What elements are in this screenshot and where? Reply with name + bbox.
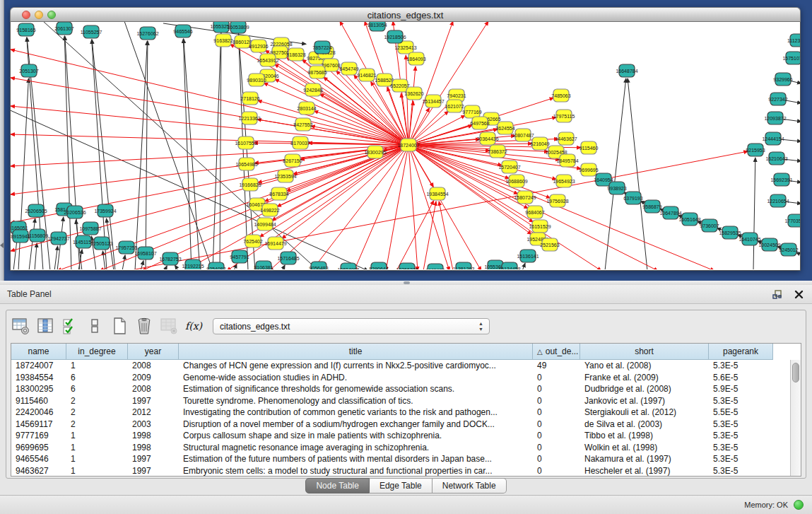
graph-node[interactable]: 8427552 <box>293 118 312 131</box>
graph-node[interactable]: 9875685 <box>307 66 326 78</box>
graph-node[interactable]: 9736007 <box>700 219 719 232</box>
tab-edge-table[interactable]: Edge Table <box>370 478 433 493</box>
graph-node[interactable]: 1621072 <box>445 100 464 112</box>
graph-node[interactable]: 9115460 <box>579 141 599 154</box>
column-header-title[interactable]: title <box>179 344 533 360</box>
graph-node[interactable]: 1864093 <box>406 52 425 65</box>
graph-node[interactable]: 20364436 <box>476 132 498 145</box>
graph-node[interactable]: 6497568 <box>470 117 489 129</box>
graph-node[interactable]: 9146821 <box>357 69 376 81</box>
graph-node[interactable]: 16914479 <box>264 237 286 250</box>
graph-node[interactable]: 18495784 <box>556 154 578 167</box>
table-row[interactable]: 1456911722003Disruption of a novel membe… <box>11 419 801 431</box>
graph-node[interactable]: 10807487 <box>512 129 534 141</box>
graph-node[interactable]: 9605975 <box>425 264 445 269</box>
table-row[interactable]: 1938455462009Genome-wide association stu… <box>11 372 801 384</box>
graph-node[interactable]: 9163822 <box>213 34 233 47</box>
select-all-button[interactable] <box>60 316 80 336</box>
graph-node[interactable]: 7485063 <box>551 89 570 102</box>
graph-node[interactable]: 8267150 <box>283 154 302 167</box>
new-file-button[interactable] <box>110 316 129 336</box>
graph-node[interactable]: 15134457 <box>422 95 444 107</box>
graph-node[interactable]: 7625402 <box>243 235 262 247</box>
graph-node[interactable]: 9465546 <box>173 25 192 37</box>
graph-node[interactable]: 9245012 <box>779 243 798 256</box>
graph-node[interactable]: 19218506 <box>384 30 406 43</box>
column-chooser-button[interactable] <box>35 316 55 336</box>
graph-node[interactable]: 9938923 <box>607 182 626 194</box>
float-panel-icon[interactable] <box>771 288 784 300</box>
graph-node[interactable]: 12505123 <box>90 237 112 250</box>
graph-node[interactable]: 12192215 <box>182 259 204 269</box>
graph-node[interactable]: 10688609 <box>505 175 527 187</box>
graph-node[interactable]: 8170037 <box>290 136 310 149</box>
graph-node[interactable]: 18724007 <box>397 139 419 151</box>
network-window-titlebar[interactable]: citations_edges.txt <box>10 7 801 22</box>
graph-node[interactable]: 15720407 <box>498 160 520 173</box>
graph-node[interactable]: 15136141 <box>517 250 539 262</box>
graph-node[interactable]: 19756928 <box>546 194 568 207</box>
graph-node[interactable]: 17359924 <box>94 204 116 217</box>
graph-node[interactable]: 16410745 <box>739 233 760 245</box>
table-row[interactable]: 977716911998Corpus callosum shape and si… <box>11 430 801 442</box>
table-selector[interactable]: citations_edges.txt▲▼ <box>213 318 490 334</box>
graph-node[interactable]: 2718126 <box>240 92 259 105</box>
column-header-short[interactable]: short <box>580 344 709 360</box>
graph-node[interactable]: 10684906 <box>337 263 359 269</box>
tab-node-table[interactable]: Node Table <box>305 478 370 493</box>
graph-node[interactable]: 7386372 <box>488 145 507 158</box>
graph-node[interactable]: 9254082 <box>206 262 225 269</box>
graph-node[interactable]: 9056483 <box>309 262 328 269</box>
splitter-handle[interactable] <box>404 281 410 284</box>
column-header-out_de[interactable]: △out_de... <box>533 344 580 360</box>
graph-node[interactable]: 15716485 <box>277 252 299 264</box>
graph-node[interactable]: 9684067 <box>525 206 544 218</box>
graph-node[interactable]: 15829535 <box>719 226 741 239</box>
graph-node[interactable]: 12353594 <box>274 170 296 182</box>
graph-node[interactable]: 1362620 <box>404 87 423 100</box>
graph-node[interactable]: 2051307 <box>19 64 38 77</box>
collapse-arrow-icon[interactable] <box>0 243 4 248</box>
graph-node[interactable]: 9890310 <box>247 74 266 86</box>
graph-node[interactable]: 20206536 <box>64 206 86 218</box>
graph-node[interactable]: 8813054 <box>367 22 387 31</box>
graph-node[interactable]: 10975887 <box>79 222 101 235</box>
graph-node[interactable]: 10024509 <box>758 238 780 251</box>
graph-node[interactable]: 16151529 <box>529 220 551 233</box>
tab-network-table[interactable]: Network Table <box>433 478 507 493</box>
graph-node[interactable]: 11381263 <box>453 262 475 269</box>
graph-node[interactable]: 16107553 <box>235 136 257 149</box>
table-row[interactable]: 946554611997Estimation of the future num… <box>11 453 801 465</box>
table-row[interactable]: 2242004622012Investigating the contribut… <box>11 407 801 419</box>
graph-node[interactable]: 9699695 <box>579 163 598 176</box>
table-settings-button[interactable] <box>11 316 30 336</box>
graph-node[interactable]: 16210643 <box>765 152 787 165</box>
graph-node[interactable]: 12210654 <box>767 194 789 207</box>
graph-node[interactable]: 9242848 <box>303 83 322 96</box>
graph-node[interactable]: 15692391 <box>770 173 792 186</box>
graph-node[interactable]: 16782753 <box>159 252 181 265</box>
graph-node[interactable]: 11123456 <box>787 34 800 47</box>
network-canvas-svg[interactable]: 1872400791638228860128891293622226058982… <box>11 22 800 269</box>
graph-node[interactable]: 18300295 <box>364 146 386 158</box>
graph-node[interactable]: 16543912 <box>257 54 278 66</box>
column-header-year[interactable]: year <box>128 344 179 360</box>
graph-node[interactable]: 19166825 <box>239 178 261 191</box>
table-row[interactable]: 1830029562008Estimation of significance … <box>11 383 801 395</box>
graph-node[interactable]: 8215953 <box>746 144 765 156</box>
graph-node[interactable]: 16053809 <box>227 22 249 33</box>
delete-table-button[interactable] <box>134 316 154 336</box>
graph-node[interactable]: 8186328 <box>286 48 305 61</box>
graph-node[interactable]: 2061307 <box>54 22 73 35</box>
column-header-in_degree[interactable]: in_degree <box>66 344 128 360</box>
graph-node[interactable]: 8290644 <box>369 262 388 269</box>
graph-node[interactable]: 8678334 <box>269 187 288 200</box>
graph-node[interactable]: 8454749 <box>339 62 358 75</box>
graph-node[interactable]: 19654923 <box>553 175 575 187</box>
graph-node[interactable]: 17975115 <box>553 110 575 122</box>
graph-node[interactable]: 12093872 <box>764 112 786 124</box>
graph-node[interactable]: 10654985 <box>235 158 257 170</box>
graph-node[interactable]: 9227342 <box>768 93 787 105</box>
graph-node[interactable]: 8912936 <box>249 40 268 52</box>
graph-node[interactable]: 16958107 <box>134 247 156 259</box>
